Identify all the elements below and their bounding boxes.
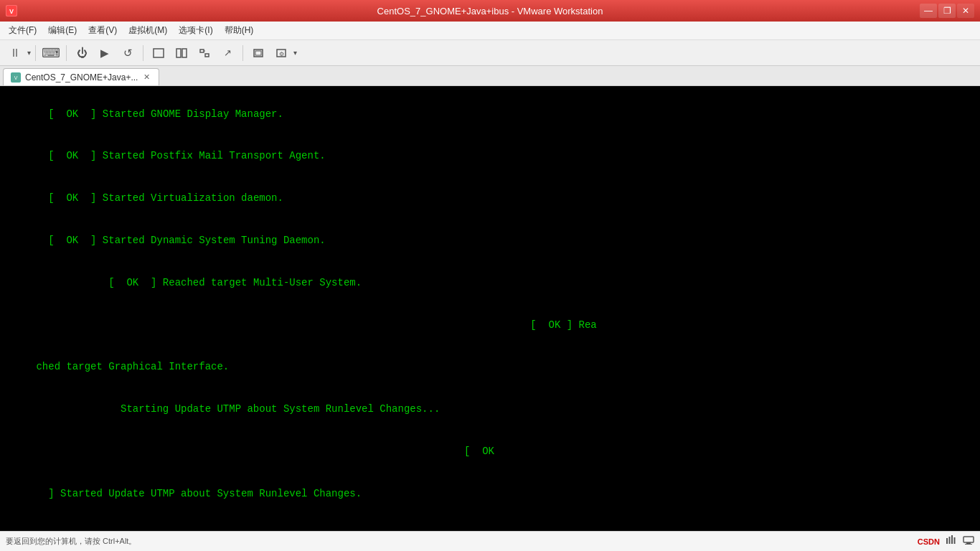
view-normal-button[interactable] bbox=[148, 43, 169, 63]
minimize-button[interactable]: — bbox=[920, 4, 937, 18]
terminal-line-1: [ OK ] Started GNOME Display Manager. bbox=[0, 93, 980, 136]
svg-rect-2 bbox=[154, 49, 164, 57]
svg-rect-9 bbox=[255, 51, 261, 55]
terminal-line-6: [ OK ] Rea bbox=[0, 304, 980, 347]
terminal-line-9: [ OK bbox=[0, 430, 980, 473]
view-fullscreen-button[interactable] bbox=[194, 43, 215, 63]
pause-button[interactable]: ⏸ bbox=[4, 43, 26, 63]
svg-rect-16 bbox=[951, 535, 953, 544]
svg-rect-17 bbox=[954, 537, 956, 544]
settings-dropdown-arrow[interactable]: ▾ bbox=[293, 49, 297, 57]
restart-button[interactable]: ↺ bbox=[117, 43, 138, 63]
tab-vm-icon: V bbox=[11, 72, 21, 83]
menu-file[interactable]: 文件(F) bbox=[3, 23, 42, 38]
separator-2 bbox=[66, 45, 67, 61]
terminal-line-3: [ OK ] Started Virtualization daemon. bbox=[0, 178, 980, 220]
svg-rect-3 bbox=[176, 49, 181, 57]
menu-view[interactable]: 查看(V) bbox=[83, 23, 123, 38]
tab-close-button[interactable]: ✕ bbox=[142, 72, 151, 83]
svg-rect-18 bbox=[963, 537, 974, 542]
separator-1 bbox=[35, 45, 36, 61]
terminal-line-8: Starting Update UTMP about System Runlev… bbox=[0, 388, 980, 430]
svg-text:V: V bbox=[14, 75, 18, 80]
menu-edit[interactable]: 编辑(E) bbox=[42, 23, 83, 38]
svg-rect-6 bbox=[205, 54, 209, 57]
window-title: CentOS_7_GNOME+Java+ibus - VMware Workst… bbox=[377, 6, 603, 17]
svg-rect-4 bbox=[182, 49, 187, 57]
terminal-line-5: [ OK ] Reached target Multi-User System. bbox=[0, 262, 980, 304]
svg-text:V: V bbox=[9, 8, 14, 15]
menu-vm[interactable]: 虚拟机(M) bbox=[123, 23, 173, 38]
title-bar-left: V bbox=[6, 5, 17, 17]
menu-bar: 文件(F) 编辑(E) 查看(V) 虚拟机(M) 选项卡(I) 帮助(H) bbox=[0, 22, 980, 40]
separator-3 bbox=[143, 45, 143, 61]
status-right-icons: CSDN bbox=[918, 535, 974, 547]
power-on-button[interactable]: ▶ bbox=[94, 43, 116, 63]
fit-button[interactable] bbox=[248, 43, 269, 63]
title-bar: V CentOS_7_GNOME+Java+ibus - VMware Work… bbox=[0, 0, 980, 22]
tab-bar: V CentOS_7_GNOME+Java+... ✕ bbox=[0, 66, 980, 86]
svg-rect-15 bbox=[949, 537, 951, 544]
csdn-icon[interactable]: CSDN bbox=[918, 537, 940, 546]
view-exit-fullscreen-button[interactable]: ↗ bbox=[217, 43, 238, 63]
separator-4 bbox=[242, 45, 243, 61]
dropdown-arrow[interactable]: ▾ bbox=[27, 49, 31, 57]
vm-display[interactable]: [ OK ] Started GNOME Display Manager. [ … bbox=[0, 86, 980, 531]
vmware-icon: V bbox=[6, 5, 17, 17]
view-split-h-button[interactable] bbox=[171, 43, 192, 63]
svg-rect-20 bbox=[965, 544, 972, 545]
terminal-line-2: [ OK ] Started Postfix Mail Transport Ag… bbox=[0, 136, 980, 178]
terminal-line-7: ched target Graphical Interface. bbox=[0, 347, 980, 389]
restore-button[interactable]: ❐ bbox=[938, 4, 956, 18]
menu-tabs[interactable]: 选项卡(I) bbox=[173, 23, 218, 38]
terminal-line-10: ] Started Update UTMP about System Runle… bbox=[0, 473, 980, 515]
svg-text:⚙: ⚙ bbox=[279, 51, 284, 57]
svg-rect-14 bbox=[946, 538, 948, 544]
tab-label: CentOS_7_GNOME+Java+... bbox=[25, 72, 138, 83]
network-icon[interactable] bbox=[946, 535, 957, 547]
status-hint-text: 要返回到您的计算机，请按 Ctrl+Alt。 bbox=[6, 536, 136, 547]
window-controls: — ❐ ✕ bbox=[920, 4, 974, 18]
settings-dropdown-button[interactable]: ⚙ bbox=[270, 43, 292, 63]
close-button[interactable]: ✕ bbox=[957, 4, 974, 18]
terminal-output: [ OK ] Started GNOME Display Manager. [ … bbox=[0, 86, 980, 531]
status-bar: 要返回到您的计算机，请按 Ctrl+Alt。 CSDN bbox=[0, 531, 980, 551]
terminal-line-4: [ OK ] Started Dynamic System Tuning Dae… bbox=[0, 220, 980, 262]
svg-rect-5 bbox=[200, 50, 204, 52]
system-icon[interactable] bbox=[963, 535, 974, 547]
send-key-button[interactable]: ⌨ bbox=[40, 43, 62, 63]
power-off-button[interactable]: ⏻ bbox=[71, 43, 93, 63]
menu-help[interactable]: 帮助(H) bbox=[219, 23, 260, 38]
tab-centos[interactable]: V CentOS_7_GNOME+Java+... ✕ bbox=[3, 68, 159, 85]
svg-rect-19 bbox=[966, 542, 971, 544]
toolbar: ⏸ ▾ ⌨ ⏻ ▶ ↺ ↗ ⚙ ▾ bbox=[0, 40, 980, 66]
